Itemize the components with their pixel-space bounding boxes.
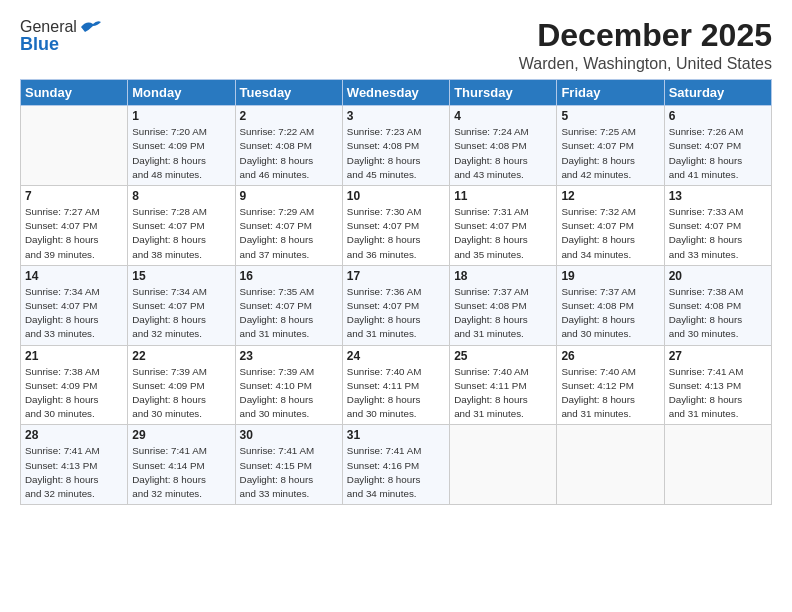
day-info: Sunrise: 7:29 AM Sunset: 4:07 PM Dayligh… [240,205,338,262]
calendar-header-thursday: Thursday [450,80,557,106]
calendar-cell: 3Sunrise: 7:23 AM Sunset: 4:08 PM Daylig… [342,106,449,186]
calendar-cell: 13Sunrise: 7:33 AM Sunset: 4:07 PM Dayli… [664,186,771,266]
title-area: December 2025 Warden, Washington, United… [519,18,772,73]
calendar-week-4: 21Sunrise: 7:38 AM Sunset: 4:09 PM Dayli… [21,345,772,425]
day-number: 5 [561,109,659,123]
day-info: Sunrise: 7:37 AM Sunset: 4:08 PM Dayligh… [454,285,552,342]
subtitle: Warden, Washington, United States [519,55,772,73]
day-info: Sunrise: 7:27 AM Sunset: 4:07 PM Dayligh… [25,205,123,262]
calendar-cell [664,425,771,505]
calendar-header-friday: Friday [557,80,664,106]
day-number: 25 [454,349,552,363]
day-number: 29 [132,428,230,442]
day-number: 15 [132,269,230,283]
calendar-cell: 14Sunrise: 7:34 AM Sunset: 4:07 PM Dayli… [21,265,128,345]
day-info: Sunrise: 7:39 AM Sunset: 4:09 PM Dayligh… [132,365,230,422]
day-info: Sunrise: 7:31 AM Sunset: 4:07 PM Dayligh… [454,205,552,262]
calendar-cell: 8Sunrise: 7:28 AM Sunset: 4:07 PM Daylig… [128,186,235,266]
day-info: Sunrise: 7:35 AM Sunset: 4:07 PM Dayligh… [240,285,338,342]
day-number: 26 [561,349,659,363]
calendar-cell: 5Sunrise: 7:25 AM Sunset: 4:07 PM Daylig… [557,106,664,186]
calendar-cell: 23Sunrise: 7:39 AM Sunset: 4:10 PM Dayli… [235,345,342,425]
calendar-cell: 27Sunrise: 7:41 AM Sunset: 4:13 PM Dayli… [664,345,771,425]
day-info: Sunrise: 7:41 AM Sunset: 4:15 PM Dayligh… [240,444,338,501]
calendar-week-3: 14Sunrise: 7:34 AM Sunset: 4:07 PM Dayli… [21,265,772,345]
day-number: 12 [561,189,659,203]
day-info: Sunrise: 7:32 AM Sunset: 4:07 PM Dayligh… [561,205,659,262]
day-number: 7 [25,189,123,203]
day-info: Sunrise: 7:26 AM Sunset: 4:07 PM Dayligh… [669,125,767,182]
calendar-cell: 28Sunrise: 7:41 AM Sunset: 4:13 PM Dayli… [21,425,128,505]
day-number: 31 [347,428,445,442]
day-number: 16 [240,269,338,283]
day-number: 13 [669,189,767,203]
day-info: Sunrise: 7:20 AM Sunset: 4:09 PM Dayligh… [132,125,230,182]
calendar-cell: 15Sunrise: 7:34 AM Sunset: 4:07 PM Dayli… [128,265,235,345]
calendar-cell: 17Sunrise: 7:36 AM Sunset: 4:07 PM Dayli… [342,265,449,345]
calendar-header-row: SundayMondayTuesdayWednesdayThursdayFrid… [21,80,772,106]
day-number: 17 [347,269,445,283]
calendar-cell: 1Sunrise: 7:20 AM Sunset: 4:09 PM Daylig… [128,106,235,186]
main-title: December 2025 [519,18,772,53]
day-info: Sunrise: 7:25 AM Sunset: 4:07 PM Dayligh… [561,125,659,182]
calendar-header-saturday: Saturday [664,80,771,106]
day-number: 23 [240,349,338,363]
day-number: 30 [240,428,338,442]
calendar-header-wednesday: Wednesday [342,80,449,106]
day-info: Sunrise: 7:33 AM Sunset: 4:07 PM Dayligh… [669,205,767,262]
day-info: Sunrise: 7:34 AM Sunset: 4:07 PM Dayligh… [132,285,230,342]
day-number: 27 [669,349,767,363]
calendar-header-sunday: Sunday [21,80,128,106]
calendar-cell: 29Sunrise: 7:41 AM Sunset: 4:14 PM Dayli… [128,425,235,505]
day-info: Sunrise: 7:41 AM Sunset: 4:16 PM Dayligh… [347,444,445,501]
calendar-cell: 4Sunrise: 7:24 AM Sunset: 4:08 PM Daylig… [450,106,557,186]
day-number: 14 [25,269,123,283]
calendar-week-5: 28Sunrise: 7:41 AM Sunset: 4:13 PM Dayli… [21,425,772,505]
day-number: 21 [25,349,123,363]
calendar-header-monday: Monday [128,80,235,106]
day-info: Sunrise: 7:38 AM Sunset: 4:08 PM Dayligh… [669,285,767,342]
day-number: 11 [454,189,552,203]
calendar-cell: 18Sunrise: 7:37 AM Sunset: 4:08 PM Dayli… [450,265,557,345]
calendar-cell: 12Sunrise: 7:32 AM Sunset: 4:07 PM Dayli… [557,186,664,266]
calendar-cell: 10Sunrise: 7:30 AM Sunset: 4:07 PM Dayli… [342,186,449,266]
calendar-cell [21,106,128,186]
day-info: Sunrise: 7:24 AM Sunset: 4:08 PM Dayligh… [454,125,552,182]
day-info: Sunrise: 7:38 AM Sunset: 4:09 PM Dayligh… [25,365,123,422]
day-number: 19 [561,269,659,283]
calendar-cell: 11Sunrise: 7:31 AM Sunset: 4:07 PM Dayli… [450,186,557,266]
day-number: 9 [240,189,338,203]
calendar-cell [450,425,557,505]
logo-bird-icon [79,18,101,36]
day-info: Sunrise: 7:40 AM Sunset: 4:12 PM Dayligh… [561,365,659,422]
day-info: Sunrise: 7:41 AM Sunset: 4:13 PM Dayligh… [669,365,767,422]
day-info: Sunrise: 7:37 AM Sunset: 4:08 PM Dayligh… [561,285,659,342]
header: General Blue December 2025 Warden, Washi… [20,18,772,73]
day-number: 28 [25,428,123,442]
day-info: Sunrise: 7:40 AM Sunset: 4:11 PM Dayligh… [454,365,552,422]
calendar-cell: 16Sunrise: 7:35 AM Sunset: 4:07 PM Dayli… [235,265,342,345]
calendar-cell: 21Sunrise: 7:38 AM Sunset: 4:09 PM Dayli… [21,345,128,425]
day-info: Sunrise: 7:23 AM Sunset: 4:08 PM Dayligh… [347,125,445,182]
calendar-cell: 26Sunrise: 7:40 AM Sunset: 4:12 PM Dayli… [557,345,664,425]
calendar-cell: 25Sunrise: 7:40 AM Sunset: 4:11 PM Dayli… [450,345,557,425]
calendar-cell: 24Sunrise: 7:40 AM Sunset: 4:11 PM Dayli… [342,345,449,425]
day-info: Sunrise: 7:30 AM Sunset: 4:07 PM Dayligh… [347,205,445,262]
calendar-cell: 19Sunrise: 7:37 AM Sunset: 4:08 PM Dayli… [557,265,664,345]
day-number: 8 [132,189,230,203]
calendar-cell: 31Sunrise: 7:41 AM Sunset: 4:16 PM Dayli… [342,425,449,505]
day-info: Sunrise: 7:41 AM Sunset: 4:14 PM Dayligh… [132,444,230,501]
calendar: SundayMondayTuesdayWednesdayThursdayFrid… [20,79,772,505]
calendar-cell [557,425,664,505]
calendar-cell: 20Sunrise: 7:38 AM Sunset: 4:08 PM Dayli… [664,265,771,345]
calendar-cell: 22Sunrise: 7:39 AM Sunset: 4:09 PM Dayli… [128,345,235,425]
day-info: Sunrise: 7:40 AM Sunset: 4:11 PM Dayligh… [347,365,445,422]
calendar-week-2: 7Sunrise: 7:27 AM Sunset: 4:07 PM Daylig… [21,186,772,266]
day-info: Sunrise: 7:39 AM Sunset: 4:10 PM Dayligh… [240,365,338,422]
day-info: Sunrise: 7:41 AM Sunset: 4:13 PM Dayligh… [25,444,123,501]
calendar-header-tuesday: Tuesday [235,80,342,106]
day-number: 18 [454,269,552,283]
day-number: 6 [669,109,767,123]
calendar-week-1: 1Sunrise: 7:20 AM Sunset: 4:09 PM Daylig… [21,106,772,186]
day-info: Sunrise: 7:36 AM Sunset: 4:07 PM Dayligh… [347,285,445,342]
